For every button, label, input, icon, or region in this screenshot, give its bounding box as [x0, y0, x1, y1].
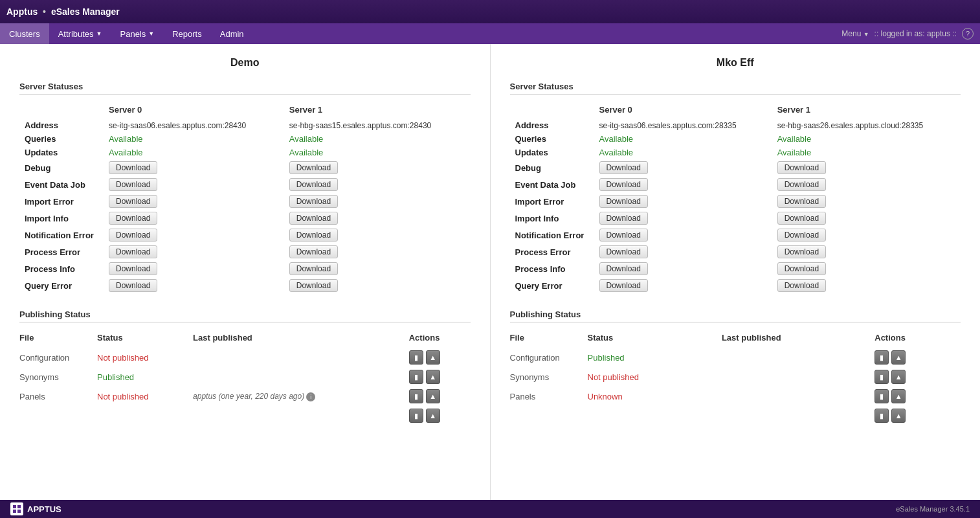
download-button-query-error-server0[interactable]: Download — [599, 279, 648, 292]
download-button-import-info-server0[interactable]: Download — [109, 212, 157, 225]
pub-save-button[interactable]: ▮ — [874, 389, 889, 403]
download-button-process-error-server1[interactable]: Download — [777, 245, 826, 258]
pub-table-header: Status — [588, 330, 722, 348]
pub-save-button-extra2[interactable]: ▮ — [874, 409, 889, 423]
download-button-query-error-server1[interactable]: Download — [777, 279, 826, 292]
download-button-process-error-server0[interactable]: Download — [599, 245, 648, 258]
pub-upload-button[interactable]: ▲ — [891, 370, 906, 384]
server-row-label: Process Info — [19, 260, 104, 277]
download-button-process-info-server0[interactable]: Download — [109, 262, 157, 275]
download-button-notification-error-server0[interactable]: Download — [109, 229, 157, 242]
menu-button[interactable]: Menu ▼ — [841, 29, 869, 38]
download-button-query-error-server1[interactable]: Download — [289, 279, 338, 292]
attributes-dropdown-arrow: ▼ — [96, 30, 102, 37]
download-button-process-info-server1[interactable]: Download — [289, 262, 338, 275]
download-button-debug-server1[interactable]: Download — [777, 161, 826, 174]
pub-upload-button[interactable]: ▲ — [891, 350, 906, 365]
pub-status: Published — [97, 367, 193, 387]
info-icon[interactable]: i — [306, 392, 315, 401]
nav-reports[interactable]: Reports — [163, 23, 211, 44]
server-row-value-0: Download — [594, 176, 772, 193]
pub-upload-button[interactable]: ▲ — [426, 389, 440, 403]
server-row-value-1: se-hbg-saas26.esales.apptus.cloud:28335 — [772, 118, 961, 132]
pub-save-button[interactable]: ▮ — [409, 350, 423, 365]
server-row-label: Process Error — [510, 243, 594, 260]
menu-dropdown-arrow: ▼ — [863, 31, 869, 38]
server-row-value-0: Download — [104, 277, 284, 294]
pub-table-header: Last published — [722, 330, 874, 348]
app-header: Apptus • eSales Manager — [0, 0, 980, 23]
help-icon[interactable]: ? — [962, 28, 974, 39]
server-row-value-1: Download — [284, 227, 471, 243]
pub-actions: ▮▲ — [874, 387, 961, 406]
server-row-label: Query Error — [510, 277, 594, 294]
pub-upload-button-extra2[interactable]: ▲ — [891, 409, 906, 423]
server-table-row: Import ErrorDownloadDownload — [19, 193, 471, 210]
footer-logo: APPTUS — [10, 502, 61, 515]
nav-admin[interactable]: Admin — [211, 23, 253, 44]
server-row-value-1: Download — [284, 159, 471, 176]
pub-last-published — [722, 348, 874, 367]
download-button-import-error-server1[interactable]: Download — [289, 195, 338, 208]
server-table-mko-eff: Server 0Server 1Addressse-itg-saas06.esa… — [510, 102, 961, 294]
pub-save-button[interactable]: ▮ — [409, 389, 423, 403]
server-row-value-0: Download — [104, 227, 284, 243]
server-table-row: Addressse-itg-saas06.esales.apptus.com:2… — [19, 118, 471, 132]
nav-attributes[interactable]: Attributes ▼ — [49, 23, 111, 44]
pub-save-button[interactable]: ▮ — [874, 350, 889, 365]
nav-clusters[interactable]: Clusters — [0, 23, 49, 44]
nav-panels[interactable]: Panels ▼ — [111, 23, 164, 44]
server-row-value-1: Download — [284, 210, 471, 227]
download-button-notification-error-server1[interactable]: Download — [777, 229, 826, 242]
pub-file-name: Configuration — [19, 348, 97, 367]
download-button-query-error-server0[interactable]: Download — [109, 279, 157, 292]
pub-table-extra-row: ▮▲ — [19, 406, 471, 425]
download-button-import-error-server0[interactable]: Download — [109, 195, 157, 208]
pub-save-button[interactable]: ▮ — [874, 370, 889, 384]
download-button-debug-server1[interactable]: Download — [289, 161, 338, 174]
server-table-row: Event Data JobDownloadDownload — [510, 176, 961, 193]
pub-save-button[interactable]: ▮ — [409, 370, 423, 384]
cluster-panel-demo: DemoServer StatusesServer 0Server 1Addre… — [0, 44, 491, 500]
server-row-label: Process Info — [510, 260, 594, 277]
download-button-import-info-server1[interactable]: Download — [777, 212, 826, 225]
nav-right: Menu ▼ :: logged in as: apptus :: ? — [835, 28, 980, 39]
pub-actions: ▮▲ — [409, 367, 471, 387]
server-row-value-1: Download — [284, 243, 471, 260]
download-button-debug-server0[interactable]: Download — [599, 161, 648, 174]
pub-table-row: PanelsNot publishedapptus (one year, 220… — [19, 387, 471, 406]
server-row-label: Notification Error — [510, 227, 594, 243]
pub-save-button-extra[interactable]: ▮ — [409, 409, 423, 423]
pub-upload-button[interactable]: ▲ — [426, 350, 440, 365]
pub-upload-button-extra[interactable]: ▲ — [426, 409, 440, 423]
pub-file-name: Synonyms — [19, 367, 97, 387]
server-row-value-1: Download — [772, 176, 961, 193]
pub-upload-button[interactable]: ▲ — [426, 370, 440, 384]
download-button-event-data-job-server1[interactable]: Download — [777, 178, 826, 191]
pub-file-name: Panels — [19, 387, 97, 406]
server-statuses-section-demo: Server StatusesServer 0Server 1Addressse… — [19, 82, 471, 294]
server-table-row: Import InfoDownloadDownload — [510, 210, 961, 227]
server-table-empty-header — [510, 102, 594, 118]
download-button-import-info-server1[interactable]: Download — [289, 212, 338, 225]
nav-bar: Clusters Attributes ▼ Panels ▼ Reports A… — [0, 23, 980, 44]
download-button-event-data-job-server1[interactable]: Download — [289, 178, 338, 191]
download-button-event-data-job-server0[interactable]: Download — [599, 178, 648, 191]
download-button-import-error-server0[interactable]: Download — [599, 195, 648, 208]
pub-table-header: Status — [97, 330, 193, 348]
download-button-process-info-server1[interactable]: Download — [777, 262, 826, 275]
download-button-notification-error-server1[interactable]: Download — [289, 229, 338, 242]
pub-actions: ▮▲ — [409, 387, 471, 406]
download-button-import-error-server1[interactable]: Download — [777, 195, 826, 208]
download-button-process-info-server0[interactable]: Download — [599, 262, 648, 275]
download-button-process-error-server1[interactable]: Download — [289, 245, 338, 258]
download-button-import-info-server0[interactable]: Download — [599, 212, 648, 225]
download-button-process-error-server0[interactable]: Download — [109, 245, 157, 258]
download-button-event-data-job-server0[interactable]: Download — [109, 178, 157, 191]
download-button-notification-error-server0[interactable]: Download — [599, 229, 648, 242]
pub-upload-button[interactable]: ▲ — [891, 389, 906, 403]
server-row-label: Address — [510, 118, 594, 132]
pub-table-mko-eff: FileStatusLast publishedActionsConfigura… — [510, 330, 961, 425]
server-row-value-1: Download — [772, 243, 961, 260]
download-button-debug-server0[interactable]: Download — [109, 161, 157, 174]
